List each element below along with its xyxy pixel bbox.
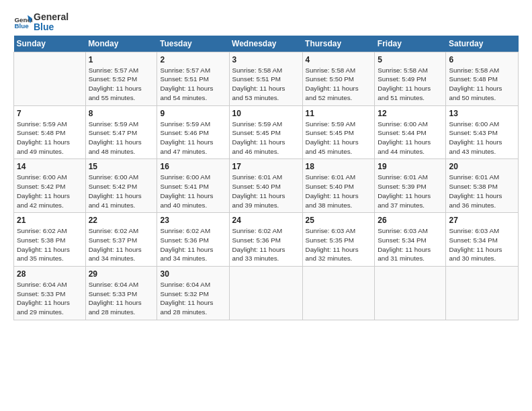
day-number: 16	[160, 162, 226, 171]
day-cell: 3Sunrise: 5:58 AM Sunset: 5:51 PM Daylig…	[229, 52, 302, 105]
day-info: Sunrise: 5:57 AM Sunset: 5:52 PM Dayligh…	[89, 66, 154, 103]
day-number: 15	[89, 162, 154, 171]
week-row-1: 1Sunrise: 5:57 AM Sunset: 5:52 PM Daylig…	[14, 52, 519, 105]
day-info: Sunrise: 5:59 AM Sunset: 5:45 PM Dayligh…	[306, 120, 372, 156]
calendar-body: 1Sunrise: 5:57 AM Sunset: 5:52 PM Daylig…	[14, 52, 519, 320]
day-info: Sunrise: 5:59 AM Sunset: 5:46 PM Dayligh…	[160, 120, 226, 156]
day-cell: 6Sunrise: 5:58 AM Sunset: 5:48 PM Daylig…	[446, 52, 519, 105]
day-number: 10	[232, 109, 300, 118]
logo-line2: Blue	[34, 22, 69, 32]
day-number: 3	[232, 55, 300, 64]
day-cell: 20Sunrise: 6:01 AM Sunset: 5:38 PM Dayli…	[446, 159, 519, 213]
day-cell: 24Sunrise: 6:02 AM Sunset: 5:36 PM Dayli…	[229, 213, 302, 267]
day-cell: 14Sunrise: 6:00 AM Sunset: 5:42 PM Dayli…	[14, 159, 86, 213]
day-info: Sunrise: 6:01 AM Sunset: 5:40 PM Dayligh…	[306, 173, 372, 210]
header: General Blue General Blue	[13, 12, 519, 33]
day-info: Sunrise: 6:01 AM Sunset: 5:38 PM Dayligh…	[449, 173, 515, 210]
day-info: Sunrise: 5:58 AM Sunset: 5:48 PM Dayligh…	[449, 66, 515, 103]
day-cell: 9Sunrise: 5:59 AM Sunset: 5:46 PM Daylig…	[157, 105, 229, 159]
day-cell: 29Sunrise: 6:04 AM Sunset: 5:33 PM Dayli…	[85, 267, 157, 320]
day-cell: 8Sunrise: 5:59 AM Sunset: 5:47 PM Daylig…	[85, 105, 157, 159]
column-headers: SundayMondayTuesdayWednesdayThursdayFrid…	[14, 36, 519, 52]
day-number: 4	[306, 55, 372, 64]
page: General Blue General Blue SundayMondayTu…	[0, 0, 532, 327]
day-info: Sunrise: 6:01 AM Sunset: 5:40 PM Dayligh…	[232, 173, 300, 210]
day-cell: 15Sunrise: 6:00 AM Sunset: 5:42 PM Dayli…	[85, 159, 157, 213]
day-number: 2	[160, 55, 226, 64]
day-info: Sunrise: 5:59 AM Sunset: 5:48 PM Dayligh…	[17, 120, 83, 156]
day-number: 11	[306, 109, 372, 118]
day-number: 1	[89, 55, 154, 64]
logo-icon: General Blue	[13, 13, 32, 32]
day-info: Sunrise: 6:00 AM Sunset: 5:41 PM Dayligh…	[160, 173, 226, 210]
week-row-2: 7Sunrise: 5:59 AM Sunset: 5:48 PM Daylig…	[14, 105, 519, 159]
col-header-sunday: Sunday	[14, 36, 86, 52]
day-cell	[14, 52, 86, 105]
day-cell: 18Sunrise: 6:01 AM Sunset: 5:40 PM Dayli…	[302, 159, 375, 213]
day-number: 14	[17, 162, 83, 171]
col-header-saturday: Saturday	[446, 36, 519, 52]
day-number: 13	[449, 109, 515, 118]
day-number: 21	[17, 216, 83, 225]
day-number: 5	[378, 55, 443, 64]
day-cell: 19Sunrise: 6:01 AM Sunset: 5:39 PM Dayli…	[375, 159, 446, 213]
logo: General Blue General Blue	[13, 12, 69, 33]
week-row-3: 14Sunrise: 6:00 AM Sunset: 5:42 PM Dayli…	[14, 159, 519, 213]
col-header-thursday: Thursday	[302, 36, 375, 52]
day-info: Sunrise: 6:03 AM Sunset: 5:35 PM Dayligh…	[306, 226, 372, 263]
day-number: 30	[160, 269, 226, 279]
day-cell: 16Sunrise: 6:00 AM Sunset: 5:41 PM Dayli…	[157, 159, 229, 213]
day-number: 6	[449, 55, 515, 64]
day-cell: 7Sunrise: 5:59 AM Sunset: 5:48 PM Daylig…	[14, 105, 86, 159]
day-info: Sunrise: 6:02 AM Sunset: 5:37 PM Dayligh…	[89, 226, 154, 263]
day-info: Sunrise: 6:00 AM Sunset: 5:42 PM Dayligh…	[89, 173, 154, 210]
day-info: Sunrise: 6:03 AM Sunset: 5:34 PM Dayligh…	[449, 226, 515, 263]
day-cell: 1Sunrise: 5:57 AM Sunset: 5:52 PM Daylig…	[85, 52, 157, 105]
day-number: 22	[89, 216, 154, 225]
col-header-tuesday: Tuesday	[157, 36, 229, 52]
day-number: 23	[160, 216, 226, 225]
col-header-wednesday: Wednesday	[229, 36, 302, 52]
day-info: Sunrise: 6:02 AM Sunset: 5:36 PM Dayligh…	[160, 226, 226, 263]
day-info: Sunrise: 6:00 AM Sunset: 5:43 PM Dayligh…	[449, 120, 515, 156]
calendar-table: SundayMondayTuesdayWednesdayThursdayFrid…	[13, 36, 519, 320]
day-info: Sunrise: 6:04 AM Sunset: 5:32 PM Dayligh…	[160, 280, 226, 317]
day-info: Sunrise: 6:03 AM Sunset: 5:34 PM Dayligh…	[378, 226, 443, 263]
day-number: 28	[17, 269, 83, 279]
day-number: 8	[89, 109, 154, 118]
day-cell	[302, 267, 375, 320]
day-cell: 5Sunrise: 5:58 AM Sunset: 5:49 PM Daylig…	[375, 52, 446, 105]
day-number: 19	[378, 162, 443, 171]
day-cell: 22Sunrise: 6:02 AM Sunset: 5:37 PM Dayli…	[85, 213, 157, 267]
day-number: 25	[306, 216, 372, 225]
day-cell: 30Sunrise: 6:04 AM Sunset: 5:32 PM Dayli…	[157, 267, 229, 320]
day-cell	[229, 267, 302, 320]
day-cell	[375, 267, 446, 320]
svg-text:Blue: Blue	[14, 22, 29, 30]
week-row-4: 21Sunrise: 6:02 AM Sunset: 5:38 PM Dayli…	[14, 213, 519, 267]
day-info: Sunrise: 6:04 AM Sunset: 5:33 PM Dayligh…	[17, 280, 83, 317]
day-info: Sunrise: 5:57 AM Sunset: 5:51 PM Dayligh…	[160, 66, 226, 103]
day-cell: 26Sunrise: 6:03 AM Sunset: 5:34 PM Dayli…	[375, 213, 446, 267]
day-cell: 23Sunrise: 6:02 AM Sunset: 5:36 PM Dayli…	[157, 213, 229, 267]
day-number: 24	[232, 216, 300, 225]
day-number: 17	[232, 162, 300, 171]
day-info: Sunrise: 6:02 AM Sunset: 5:36 PM Dayligh…	[232, 226, 300, 263]
day-number: 26	[378, 216, 443, 225]
day-cell: 21Sunrise: 6:02 AM Sunset: 5:38 PM Dayli…	[14, 213, 86, 267]
day-cell: 27Sunrise: 6:03 AM Sunset: 5:34 PM Dayli…	[446, 213, 519, 267]
col-header-monday: Monday	[85, 36, 157, 52]
day-info: Sunrise: 5:58 AM Sunset: 5:49 PM Dayligh…	[378, 66, 443, 103]
day-info: Sunrise: 5:58 AM Sunset: 5:50 PM Dayligh…	[306, 66, 372, 103]
week-row-5: 28Sunrise: 6:04 AM Sunset: 5:33 PM Dayli…	[14, 267, 519, 320]
day-cell: 10Sunrise: 5:59 AM Sunset: 5:45 PM Dayli…	[229, 105, 302, 159]
day-info: Sunrise: 5:59 AM Sunset: 5:45 PM Dayligh…	[232, 120, 300, 156]
logo-line1: General	[34, 12, 69, 22]
day-cell: 4Sunrise: 5:58 AM Sunset: 5:50 PM Daylig…	[302, 52, 375, 105]
day-info: Sunrise: 6:04 AM Sunset: 5:33 PM Dayligh…	[89, 280, 154, 317]
day-cell	[446, 267, 519, 320]
day-cell: 28Sunrise: 6:04 AM Sunset: 5:33 PM Dayli…	[14, 267, 86, 320]
day-info: Sunrise: 6:02 AM Sunset: 5:38 PM Dayligh…	[17, 226, 83, 263]
col-header-friday: Friday	[375, 36, 446, 52]
day-number: 7	[17, 109, 83, 118]
